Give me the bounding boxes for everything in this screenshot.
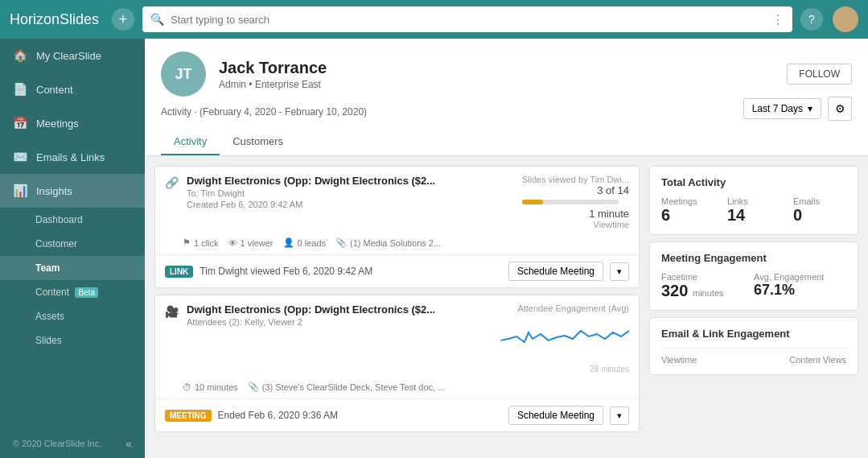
beta-badge: Beta [75,287,98,298]
main-body: 🔗 Dwight Electronics (Opp: Dwight Electr… [145,156,868,458]
tab-customers[interactable]: Customers [220,129,296,155]
card-title-section-2: Dwight Electronics (Opp: Dwight Electron… [187,303,492,373]
avatar-initials: JT [175,66,191,83]
card-stats-1: Slides viewed by Tim Dwi... 3 of 14 1 mi… [522,175,629,229]
sidebar-sub-team-label: Team [35,262,60,274]
profile-header: JT Jack Torrance Admin • Enterprise East… [145,39,868,156]
progress-fill-1 [522,200,543,204]
chart-label-2: Attendee Engagement (Avg) [500,303,629,313]
sidebar-item-emails-links[interactable]: ✉️ Emails & Links [0,140,145,174]
meetings-stat: Meetings 6 [661,196,714,225]
sidebar-sub-dashboard[interactable]: Dashboard [0,208,145,232]
profile-info: Jack Torrance Admin • Enterprise East [219,59,327,90]
activity-date-range: Activity · (February 4, 2020 - February … [161,106,367,118]
link-badge: LINK [165,266,193,278]
dropdown-arrow-button-1[interactable]: ▾ [610,262,629,281]
meeting-engagement-title: Meeting Engagement [661,252,846,264]
sidebar-sub-slides[interactable]: Slides [0,328,145,353]
sidebar-sub-assets[interactable]: Assets [0,304,145,328]
link-card-icon: 🔗 [165,176,179,229]
card-footer-2: MEETING Ended Feb 6, 2020 9:36 AM Schedu… [155,398,639,431]
sidebar-sub-customer[interactable]: Customer [0,232,145,256]
total-activity-row: Meetings 6 Links 14 Emails 0 [661,196,846,225]
profile-name: Jack Torrance [219,59,327,77]
email-link-engagement-card: Email & Link Engagement Viewtime Content… [649,317,858,375]
collapse-button[interactable]: « [125,437,132,450]
insights-icon: 📊 [13,184,28,198]
user-avatar[interactable] [833,6,858,32]
stat-value-1: 3 of 14 [522,184,629,196]
card-footer-1: LINK Tim Dwight viewed Feb 6, 2020 9:42 … [155,254,639,287]
app-logo: HorizonSlides [10,11,99,28]
meeting-engagement-row: Facetime 320 minutes Avg. Engagement 67.… [661,272,846,300]
links-stat-label: Links [727,196,780,206]
meta-clicks: ⚑ 1 click [183,237,219,248]
sidebar-item-my-clearslide[interactable]: 🏠 My ClearSlide [0,39,145,72]
meeting-card-icon: 🎥 [165,305,179,373]
top-nav: HorizonSlides + 🔍 ⋮ ? [0,0,868,39]
home-icon: 🏠 [13,48,28,63]
chart-container-2 [500,316,629,365]
schedule-meeting-button-1[interactable]: Schedule Meeting [508,262,603,281]
search-icon: 🔍 [150,13,164,26]
sidebar-item-content[interactable]: 📄 Content [0,72,145,106]
facetime-label: Facetime [661,272,754,282]
card-meta-1: ⚑ 1 click 👁 1 viewer 👤 0 leads 📎 (1) Med… [155,234,639,254]
sidebar-label-insights: Insights [36,185,72,197]
sidebar-label-meetings: Meetings [36,118,79,130]
tab-bar: Activity Customers [161,129,852,155]
facetime-stat: Facetime 320 minutes [661,272,754,300]
meta-media: 📎 (1) Media Solutions 2... [335,237,441,248]
sidebar-sub-team[interactable]: Team [0,256,145,280]
meetings-icon: 📅 [13,116,28,130]
card-chart-area: Attendee Engagement (Avg) 28 minutes [500,303,629,373]
sidebar-sub-assets-label: Assets [35,311,64,322]
dropdown-chevron-icon: ▾ [808,103,812,114]
footer-text-2: Ended Feb 6, 2020 9:36 AM [218,410,502,421]
search-input[interactable] [171,14,765,26]
viewtime-label-1: Viewtime [522,220,629,229]
avg-engagement-value: 67.1% [754,282,846,299]
meeting-badge: MEETING [165,410,212,422]
sidebar-item-insights[interactable]: 📊 Insights [0,174,145,208]
sidebar-item-meetings[interactable]: 📅 Meetings [0,106,145,140]
progress-bar-1 [522,200,619,204]
total-activity-title: Total Activity [661,176,846,188]
card-header-2: 🎥 Dwight Electronics (Opp: Dwight Electr… [155,295,639,378]
avg-engagement-stat: Avg. Engagement 67.1% [754,272,846,300]
add-button[interactable]: + [112,8,134,31]
follow-button[interactable]: FOLLOW [787,64,852,85]
schedule-meeting-button-2[interactable]: Schedule Meeting [508,406,603,425]
meta-docs: 📎 (3) Steve's ClearSlide Deck, Steve Tes… [248,382,446,392]
date-controls: Last 7 Days ▾ ⚙ [743,97,852,121]
sidebar: 🏠 My ClearSlide 📄 Content 📅 Meetings ✉️ … [0,39,145,458]
stat-label-1: Slides viewed by Tim Dwi... [522,175,629,184]
card-attendees-2: Attendees (2): Kelly, Viewer 2 [187,317,492,327]
links-stat-value: 14 [727,206,780,225]
main-layout: 🏠 My ClearSlide 📄 Content 📅 Meetings ✉️ … [0,39,868,458]
more-options-button[interactable]: ⋮ [771,12,784,27]
sidebar-sub-customer-label: Customer [35,238,77,250]
avg-engagement-label: Avg. Engagement [754,272,846,282]
tab-activity[interactable]: Activity [161,129,220,155]
dropdown-arrow-button-2[interactable]: ▾ [610,406,629,425]
viewtime-value-1: 1 minute [522,208,629,220]
sidebar-footer: © 2020 ClearSlide Inc. « [0,429,145,458]
meetings-stat-value: 6 [661,206,714,225]
date-range-label: Last 7 Days [752,103,803,114]
profile-role: Admin • Enterprise East [219,79,327,90]
email-link-title: Email & Link Engagement [661,328,846,340]
nav-right: ? [800,6,858,32]
help-button[interactable]: ? [800,8,823,31]
stats-sidebar: Total Activity Meetings 6 Links 14 Email… [649,166,858,448]
date-range-dropdown[interactable]: Last 7 Days ▾ [743,98,821,119]
card-to-1: To: Tim Dwight [187,188,514,198]
links-stat: Links 14 [727,196,780,225]
card-created-1: Created Feb 6, 2020 9:42 AM [187,200,514,209]
emails-stat: Emails 0 [793,196,846,225]
content-area: JT Jack Torrance Admin • Enterprise East… [145,39,868,458]
meta-leads: 👤 0 leads [283,237,326,248]
sidebar-sub-content[interactable]: Content Beta [0,280,145,304]
settings-button[interactable]: ⚙ [828,97,852,121]
card-title-section-1: Dwight Electronics (Opp: Dwight Electron… [187,175,514,229]
